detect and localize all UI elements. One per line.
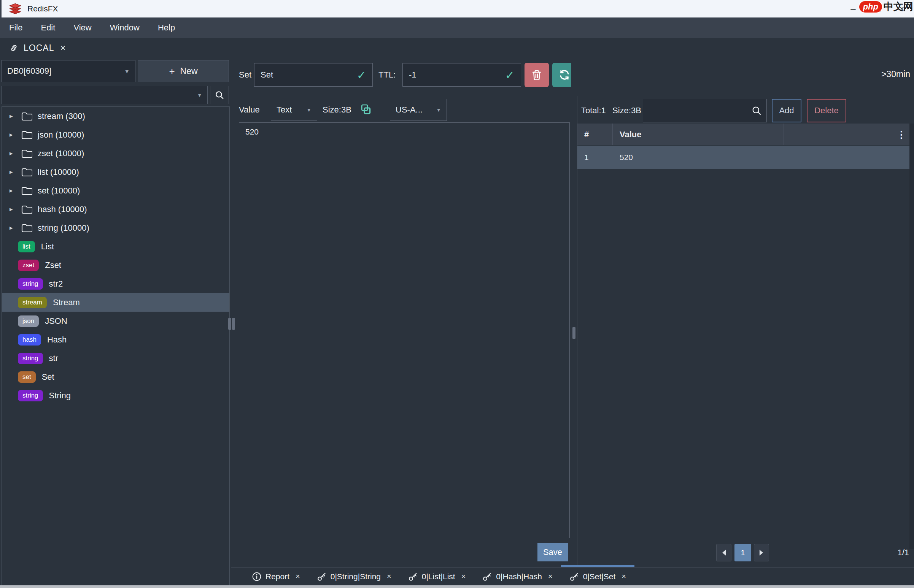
key-item-str[interactable]: string str <box>2 349 229 368</box>
value-format-select[interactable]: Text ▼ <box>271 99 317 121</box>
members-table: # Value ⋮ 1 520 <box>577 124 909 169</box>
value-format-value: Text <box>277 105 292 115</box>
splitter-grabber[interactable] <box>572 327 575 339</box>
sidebar-splitter[interactable] <box>231 58 236 585</box>
next-page-button[interactable] <box>754 544 769 561</box>
encoding-value: US-A... <box>395 105 423 115</box>
key-icon <box>569 572 579 582</box>
tree-folder-label: set (10000) <box>38 186 80 196</box>
key-icon <box>482 572 492 582</box>
tab-label: 0|String|String <box>331 572 381 581</box>
chevron-right-icon: ▸ <box>10 224 21 232</box>
menu-edit[interactable]: Edit <box>32 18 64 38</box>
menu-file[interactable]: File <box>0 18 32 38</box>
key-tree: ▸ stream (300) ▸ json (10000) ▸ zset (10… <box>2 107 230 588</box>
new-key-label: New <box>180 66 198 76</box>
tab-close-icon[interactable]: × <box>387 572 391 581</box>
chevron-down-icon: ▼ <box>299 107 311 113</box>
connection-tab-close-icon[interactable]: × <box>60 42 65 53</box>
type-badge-hash: hash <box>18 334 41 346</box>
tree-folder-hash[interactable]: ▸ hash (10000) <box>2 200 229 218</box>
size-label: Size:3B <box>613 106 641 116</box>
panel-splitter[interactable] <box>571 58 577 585</box>
link-icon <box>9 43 19 53</box>
type-badge-string: string <box>18 390 43 401</box>
key-item-stream-selected[interactable]: stream Stream <box>2 293 229 312</box>
delete-member-button[interactable]: Delete <box>807 99 846 123</box>
key-item-json[interactable]: json JSON <box>2 312 229 330</box>
table-header: # Value ⋮ <box>577 124 909 145</box>
page-info: 1/1 <box>897 548 909 557</box>
members-panel: Total:1 Size:3B Add Delete # Value ⋮ 1 5… <box>577 96 914 567</box>
minimize-button[interactable]: – <box>841 0 865 18</box>
tab-close-icon[interactable]: × <box>461 572 466 581</box>
table-scrollbar-track[interactable] <box>909 124 914 549</box>
column-header-value[interactable]: Value <box>613 124 784 145</box>
tab-string-string[interactable]: 0|String|String × <box>308 567 400 586</box>
prev-page-button[interactable] <box>716 544 731 561</box>
tree-folder-string[interactable]: ▸ string (10000) <box>2 218 229 237</box>
refresh-icon <box>558 68 571 81</box>
tree-folder-set[interactable]: ▸ set (10000) <box>2 181 229 200</box>
tab-label: 0|List|List <box>422 572 455 581</box>
tab-close-icon[interactable]: × <box>295 572 300 581</box>
database-select[interactable]: DB0[60309] ▼ <box>2 60 135 82</box>
value-toolbar: Value Text ▼ Size:3B US-A... ▼ <box>236 98 571 123</box>
tab-set-set-active[interactable]: 0|Set|Set × <box>561 567 634 586</box>
tree-folder-stream[interactable]: ▸ stream (300) <box>2 107 229 126</box>
new-key-button[interactable]: + New <box>138 60 229 82</box>
save-button[interactable]: Save <box>538 543 568 561</box>
key-item-label: List <box>41 242 54 252</box>
key-search-button[interactable] <box>210 86 229 104</box>
ttl-value: -1 <box>409 70 416 80</box>
chevron-right-icon: ▸ <box>10 112 21 120</box>
tab-list-list[interactable]: 0|List|List × <box>400 567 474 586</box>
menu-help[interactable]: Help <box>149 18 184 38</box>
tab-report[interactable]: Report × <box>243 567 308 586</box>
maximize-button[interactable] <box>865 0 890 18</box>
members-search-input[interactable] <box>643 99 767 123</box>
copy-button[interactable] <box>360 103 372 116</box>
key-item-hash[interactable]: hash Hash <box>2 330 229 349</box>
column-header-extra: ⋮ <box>784 124 909 145</box>
search-icon <box>214 90 224 100</box>
value-size-label: Size:3B <box>322 105 352 115</box>
splitter-grabber[interactable] <box>232 318 235 330</box>
type-badge-json: json <box>18 315 39 327</box>
tab-hash-hash[interactable]: 0|Hash|Hash × <box>474 567 561 586</box>
tab-close-icon[interactable]: × <box>548 572 553 581</box>
table-menu-icon[interactable]: ⋮ <box>896 131 906 138</box>
tree-folder-zset[interactable]: ▸ zset (10000) <box>2 144 229 163</box>
key-item-string[interactable]: string String <box>2 386 229 405</box>
search-icon <box>751 105 762 116</box>
key-search-input[interactable]: ▼ <box>2 86 208 104</box>
connection-tab-local[interactable]: LOCAL × <box>0 38 71 58</box>
key-item-str2[interactable]: string str2 <box>2 275 229 293</box>
key-item-label: Set <box>42 372 54 382</box>
total-label: Total:1 <box>581 106 606 116</box>
connection-tab-label: LOCAL <box>24 43 54 53</box>
key-item-list[interactable]: list List <box>2 237 229 256</box>
column-header-index[interactable]: # <box>577 124 613 145</box>
menu-window[interactable]: Window <box>101 18 149 38</box>
app-title: RedisFX <box>28 4 58 13</box>
add-member-button[interactable]: Add <box>772 99 801 123</box>
delete-key-button[interactable] <box>525 63 549 87</box>
tree-folder-json[interactable]: ▸ json (10000) <box>2 126 229 144</box>
chevron-right-icon: ▸ <box>10 187 21 195</box>
table-row[interactable]: 1 520 <box>577 145 909 169</box>
menu-view[interactable]: View <box>64 18 100 38</box>
page-number-button[interactable]: 1 <box>734 544 751 561</box>
key-name-input[interactable]: Set ✓ <box>254 63 373 87</box>
encoding-select[interactable]: US-A... ▼ <box>390 99 447 121</box>
value-textarea[interactable]: 520 <box>239 123 570 538</box>
ttl-input[interactable]: -1 ✓ <box>402 63 521 87</box>
chevron-right-icon <box>759 549 764 556</box>
key-item-set[interactable]: set Set <box>2 368 229 386</box>
type-badge-zset: zset <box>18 260 39 271</box>
key-item-zset[interactable]: zset Zset <box>2 256 229 275</box>
close-button[interactable]: × <box>890 0 914 18</box>
sidebar-scrollbar-thumb[interactable] <box>228 318 231 330</box>
tab-close-icon[interactable]: × <box>622 572 626 581</box>
tree-folder-list[interactable]: ▸ list (10000) <box>2 163 229 181</box>
